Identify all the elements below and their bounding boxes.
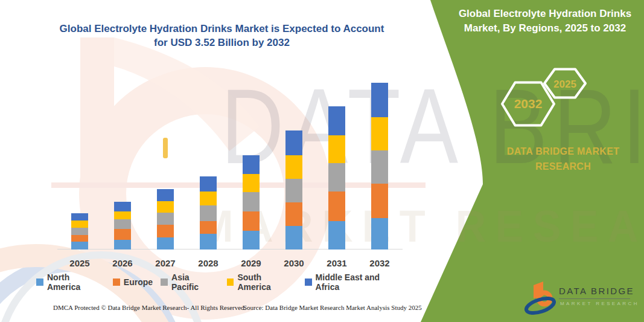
bar-segment-middle-east-and-africa: [285, 130, 302, 155]
legend-swatch: [113, 279, 120, 286]
bar-segment-south-america: [157, 201, 174, 213]
x-axis-label: 2025: [59, 258, 101, 268]
legend-item: Europe: [113, 277, 153, 287]
x-axis-label: 2032: [359, 258, 401, 268]
legend-swatch: [161, 279, 168, 286]
bar-segment-asia-pacific: [157, 213, 174, 225]
infographic-canvas: DATA BRIDGE MARKET RESEARCH Global Elect…: [0, 0, 644, 322]
legend-swatch: [36, 279, 43, 286]
dmca-footer-note: DMCA Protected © Data Bridge Market Rese…: [53, 304, 246, 311]
bar-segment-north-america: [328, 221, 345, 250]
bar-segment-south-america: [114, 211, 131, 219]
data-bridge-logo: DATA BRIDGE MARKET RESEARCH: [524, 279, 639, 317]
x-axis-label: 2027: [144, 258, 187, 268]
legend-item: Asia Pacific: [161, 272, 218, 292]
bar-segment-north-america: [157, 237, 174, 250]
panel-heading: Global Electrolyte Hydration Drinks Mark…: [454, 7, 636, 36]
bar-segment-middle-east-and-africa: [200, 176, 217, 192]
legend-item: Middle East and Africa: [305, 272, 406, 292]
bar-segment-north-america: [200, 234, 217, 250]
bar-segment-south-america: [71, 221, 88, 228]
bar-segment-middle-east-and-africa: [328, 106, 345, 135]
bar-segment-south-america: [285, 155, 302, 178]
bar-segment-asia-pacific: [200, 205, 217, 221]
legend-item: South America: [227, 272, 297, 292]
bar-segment-europe: [114, 229, 131, 240]
logo-name-text: DATA BRIDGE: [559, 286, 634, 296]
chart-legend: North AmericaEuropeAsia PacificSouth Ame…: [36, 272, 406, 292]
legend-label: South America: [237, 272, 296, 292]
legend-label: Middle East and Africa: [316, 272, 406, 292]
x-axis-label: 2028: [187, 258, 229, 268]
bar-segment-europe: [71, 235, 88, 242]
bar-segment-europe: [371, 184, 388, 217]
bar-segment-asia-pacific: [243, 192, 260, 211]
bar-segment-europe: [328, 192, 345, 221]
bar-segment-middle-east-and-africa: [371, 83, 388, 117]
bar-segment-middle-east-and-africa: [243, 155, 260, 174]
bar-segment-south-america: [328, 135, 345, 164]
legend-label: North America: [47, 272, 105, 292]
x-axis-label: 2030: [273, 258, 315, 268]
brand-wordmark: DATA BRIDGE MARKET RESEARCH: [489, 144, 637, 174]
bar-segment-middle-east-and-africa: [71, 213, 88, 221]
bar-segment-europe: [200, 221, 217, 234]
bar-segment-asia-pacific: [71, 228, 88, 235]
legend-swatch: [305, 279, 312, 286]
bar-segment-north-america: [285, 226, 302, 250]
bar-segment-europe: [285, 202, 302, 226]
bar-segment-europe: [243, 211, 260, 231]
bar-segment-south-america: [200, 192, 217, 205]
bar-segment-north-america: [371, 218, 388, 250]
bar-segment-middle-east-and-africa: [157, 189, 174, 201]
x-axis-label: 2026: [101, 258, 144, 268]
logo-underline: [559, 298, 630, 299]
data-bridge-b-swoosh-icon: [524, 279, 556, 315]
bar-segment-south-america: [371, 117, 388, 150]
bar-segment-south-america: [243, 174, 260, 193]
bar-segment-north-america: [243, 231, 260, 250]
bar-segment-asia-pacific: [328, 163, 345, 192]
bar-segment-middle-east-and-africa: [114, 202, 131, 211]
legend-label: Asia Pacific: [171, 272, 218, 292]
x-axis-label: 2031: [316, 258, 358, 268]
legend-swatch: [227, 279, 234, 286]
bar-segment-north-america: [71, 242, 88, 250]
legend-label: Europe: [124, 277, 153, 287]
bar-segment-north-america: [114, 240, 131, 250]
source-footer-note: Source: Data Bridge Market Research Mark…: [243, 304, 422, 311]
logo-subtext: MARKET RESEARCH: [560, 301, 639, 306]
bar-segment-asia-pacific: [285, 179, 302, 202]
legend-item: North America: [36, 272, 105, 292]
bar-segment-europe: [157, 225, 174, 237]
bar-segment-asia-pacific: [114, 219, 131, 229]
bar-segment-asia-pacific: [371, 150, 388, 184]
x-axis-label: 2029: [230, 258, 272, 268]
